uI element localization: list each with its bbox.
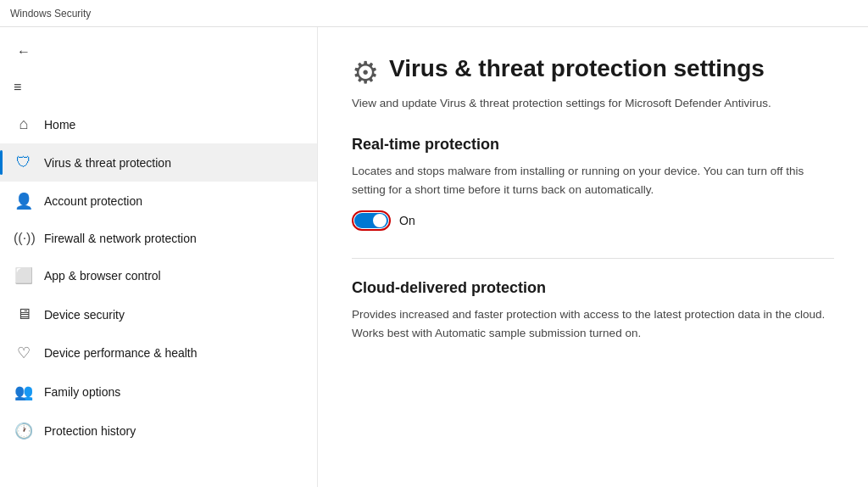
cloud-protection-section: Cloud-delivered protection Provides incr… (352, 279, 834, 342)
account-icon: 👤 (14, 192, 34, 210)
realtime-toggle-row: On (352, 210, 834, 231)
sidebar-item-account[interactable]: 👤 Account protection (0, 182, 317, 221)
page-title: Virus & threat protection settings (389, 54, 765, 83)
sidebar-item-label: Device performance & health (44, 346, 198, 360)
family-icon: 👥 (14, 383, 34, 401)
sidebar: ← ≡ ⌂ Home 🛡 Virus & threat protection 👤… (0, 27, 318, 487)
realtime-toggle[interactable] (352, 210, 391, 231)
back-button[interactable]: ← (14, 41, 37, 63)
sidebar-item-label: Firewall & network protection (44, 232, 197, 245)
sidebar-item-label: Virus & threat protection (44, 156, 171, 170)
sidebar-item-home[interactable]: ⌂ Home (0, 105, 317, 143)
shield-icon: 🛡 (14, 154, 34, 171)
sidebar-item-label: Account protection (44, 194, 142, 208)
main-container: ← ≡ ⌂ Home 🛡 Virus & threat protection 👤… (0, 27, 868, 487)
sidebar-top: ← (0, 34, 317, 70)
section-divider (352, 258, 834, 259)
history-icon: 🕐 (14, 422, 34, 440)
cloud-section-desc: Provides increased and faster protection… (352, 305, 826, 342)
hamburger-button[interactable]: ≡ (0, 73, 317, 102)
content-area: ⚙ Virus & threat protection settings Vie… (318, 27, 868, 487)
home-icon: ⌂ (14, 115, 34, 133)
sidebar-item-label: Protection history (44, 424, 136, 438)
sidebar-item-virus[interactable]: 🛡 Virus & threat protection (0, 143, 317, 182)
browser-icon: ⬜ (14, 266, 34, 285)
page-header: ⚙ Virus & threat protection settings (352, 54, 834, 88)
sidebar-item-device-security[interactable]: 🖥 Device security (0, 295, 317, 333)
sidebar-item-label: Device security (44, 308, 125, 322)
realtime-section-title: Real-time protection (352, 136, 834, 154)
toggle-thumb (373, 214, 387, 227)
device-health-icon: ♡ (14, 344, 34, 362)
sidebar-item-label: Family options (44, 385, 120, 399)
cloud-section-title: Cloud-delivered protection (352, 279, 834, 297)
device-security-icon: 🖥 (14, 305, 34, 323)
realtime-toggle-label: On (399, 214, 415, 227)
realtime-section-desc: Locates and stops malware from installin… (352, 162, 826, 199)
title-bar: Windows Security (0, 0, 868, 27)
sidebar-item-device-health[interactable]: ♡ Device performance & health (0, 333, 317, 372)
page-subtitle: View and update Virus & threat protectio… (352, 95, 826, 112)
page-header-icon: ⚙ (352, 58, 379, 88)
firewall-icon: ((·)) (14, 231, 34, 246)
realtime-protection-section: Real-time protection Locates and stops m… (352, 136, 834, 231)
sidebar-item-browser[interactable]: ⬜ App & browser control (0, 256, 317, 295)
sidebar-item-firewall[interactable]: ((·)) Firewall & network protection (0, 221, 317, 256)
sidebar-item-family[interactable]: 👥 Family options (0, 372, 317, 411)
sidebar-item-label: Home (44, 118, 75, 132)
sidebar-item-history[interactable]: 🕐 Protection history (0, 411, 317, 451)
toggle-track (354, 213, 388, 228)
sidebar-item-label: App & browser control (44, 269, 161, 283)
app-title: Windows Security (10, 8, 91, 20)
